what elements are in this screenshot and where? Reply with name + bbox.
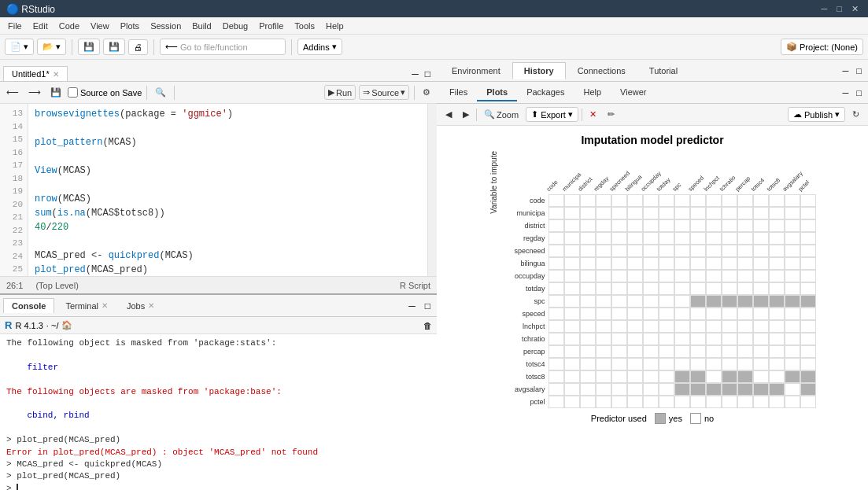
menu-build[interactable]: Build xyxy=(187,20,216,32)
addins-button[interactable]: Addins ▾ xyxy=(297,39,342,55)
redo-button[interactable]: ⟶ xyxy=(25,86,44,99)
save-editor-button[interactable]: 💾 xyxy=(47,86,65,99)
heatmap-cell xyxy=(785,320,800,333)
line-num-13: 13 xyxy=(5,107,23,120)
undo-button[interactable]: ⟵ xyxy=(3,86,22,99)
tab-tutorial[interactable]: Tutorial xyxy=(637,62,689,79)
collapse-right-top-icon[interactable]: ─ xyxy=(840,64,852,77)
print-button[interactable]: 🖨 xyxy=(128,39,148,55)
heatmap-cell xyxy=(549,245,564,257)
close-button[interactable]: ✕ xyxy=(848,4,862,14)
heatmap-cell xyxy=(769,207,785,219)
heatmap-cell xyxy=(737,295,753,308)
maximize-console-icon[interactable]: □ xyxy=(422,300,434,311)
pencil-button[interactable]: ✏ xyxy=(604,108,619,121)
project-button[interactable]: 📦 Project: (None) xyxy=(781,39,863,55)
menu-session[interactable]: Session xyxy=(146,20,186,32)
collapse-console-icon[interactable]: ─ xyxy=(405,300,419,311)
subtab-files[interactable]: Files xyxy=(440,84,477,101)
menu-debug[interactable]: Debug xyxy=(218,20,253,32)
tab-connections[interactable]: Connections xyxy=(566,62,637,79)
etb-sep-2 xyxy=(174,86,175,100)
heatmap-cell xyxy=(800,232,816,245)
menu-plots[interactable]: Plots xyxy=(116,20,144,32)
jobs-close-icon[interactable]: ✕ xyxy=(148,301,154,310)
console-tab[interactable]: Console xyxy=(3,298,54,313)
publish-dropdown[interactable]: ☁ Publish ▾ xyxy=(788,107,845,122)
tab-close-icon[interactable]: ✕ xyxy=(53,70,59,79)
menu-edit[interactable]: Edit xyxy=(28,20,53,32)
tab-environment[interactable]: Environment xyxy=(440,62,512,79)
heatmap-cell xyxy=(549,270,564,282)
run-button[interactable]: ▶ Run xyxy=(324,85,356,100)
heatmap-cell xyxy=(549,345,564,358)
menu-view[interactable]: View xyxy=(86,20,114,32)
plot-prev-button[interactable]: ◀ xyxy=(441,108,456,121)
heatmap-cell xyxy=(659,257,674,270)
source-on-save-checkbox[interactable] xyxy=(68,87,78,98)
subtab-plots[interactable]: Plots xyxy=(477,84,517,101)
line-num-23: 23 xyxy=(5,237,23,250)
editor-gear-button[interactable]: ⚙ xyxy=(419,86,434,99)
menu-file[interactable]: File xyxy=(3,20,27,32)
menu-code[interactable]: Code xyxy=(54,20,84,32)
menu-tools[interactable]: Tools xyxy=(290,20,319,32)
heatmap-cell xyxy=(549,282,564,295)
print-icon: 🖨 xyxy=(134,42,142,52)
console-line-2 xyxy=(6,349,430,361)
heatmap-cell xyxy=(596,345,611,358)
source-label: Source xyxy=(371,88,399,98)
heatmap-cell xyxy=(753,232,769,245)
project-icon: 📦 xyxy=(786,42,797,52)
collapse-editor-icon[interactable]: ─ xyxy=(408,68,422,79)
maximize-right-sub-icon[interactable]: □ xyxy=(853,87,865,99)
source-on-save-label[interactable]: Source on Save xyxy=(68,87,142,98)
refresh-plot-button[interactable]: ↻ xyxy=(848,108,863,121)
delete-plot-button[interactable]: ✕ xyxy=(585,108,600,121)
addins-label: Addins xyxy=(303,42,330,52)
save-all-icon: 💾 xyxy=(109,42,120,52)
menu-help[interactable]: Help xyxy=(321,20,349,32)
menu-profile[interactable]: Profile xyxy=(254,20,288,32)
source-button[interactable]: ⇒ Source ▾ xyxy=(359,85,409,100)
clear-console-icon[interactable]: 🗑 xyxy=(423,321,432,330)
heatmap-cell xyxy=(580,207,596,219)
save-all-button[interactable]: 💾 xyxy=(103,39,125,55)
new-file-button[interactable]: 📄 ▾ xyxy=(5,39,34,55)
heatmap-cell xyxy=(785,245,800,257)
heatmap-cell xyxy=(564,232,580,245)
zoom-button[interactable]: 🔍 Zoom xyxy=(480,108,523,121)
collapse-right-sub-icon[interactable]: ─ xyxy=(840,87,852,99)
etb-sep-3 xyxy=(414,86,415,100)
terminal-close-icon[interactable]: ✕ xyxy=(102,301,108,310)
code-scrollbar[interactable] xyxy=(427,104,437,276)
heatmap-cell xyxy=(549,358,564,370)
heatmap-cell xyxy=(596,396,611,408)
maximize-right-top-icon[interactable]: □ xyxy=(853,64,865,77)
editor-tab-untitled1[interactable]: Untitled1* ✕ xyxy=(3,66,68,81)
heatmap-cell xyxy=(674,370,690,383)
subtab-packages[interactable]: Packages xyxy=(517,84,574,101)
search-button[interactable]: 🔍 xyxy=(152,86,169,99)
heatmap-cell xyxy=(753,333,769,345)
minimize-button[interactable]: ─ xyxy=(818,4,831,14)
tab-history[interactable]: History xyxy=(512,62,566,79)
maximize-button[interactable]: □ xyxy=(833,4,845,14)
maximize-editor-icon[interactable]: □ xyxy=(422,68,434,79)
subtab-help[interactable]: Help xyxy=(574,84,611,101)
heatmap-cell xyxy=(674,396,690,408)
save-button[interactable]: 💾 xyxy=(78,39,100,55)
terminal-tab[interactable]: Terminal ✕ xyxy=(57,299,116,313)
heatmap-cell xyxy=(549,396,564,408)
heatmap-cell xyxy=(690,383,706,396)
jobs-tab[interactable]: Jobs ✕ xyxy=(119,299,162,313)
export-dropdown[interactable]: ⬆ Export ▾ xyxy=(526,107,578,122)
open-file-button[interactable]: 📂 ▾ xyxy=(37,39,66,55)
editor-status-bar: 26:1 (Top Level) R Script xyxy=(0,276,437,293)
console-output[interactable]: The following object is masked from 'pac… xyxy=(0,334,437,490)
heatmap-cell xyxy=(611,270,627,282)
subtab-viewer[interactable]: Viewer xyxy=(611,84,656,101)
plot-next-button[interactable]: ▶ xyxy=(459,108,473,121)
goto-function-button[interactable]: ⟵ Go to file/function xyxy=(160,39,286,55)
code-content[interactable]: browsevignettes(package = 'ggmice') plot… xyxy=(28,104,427,276)
